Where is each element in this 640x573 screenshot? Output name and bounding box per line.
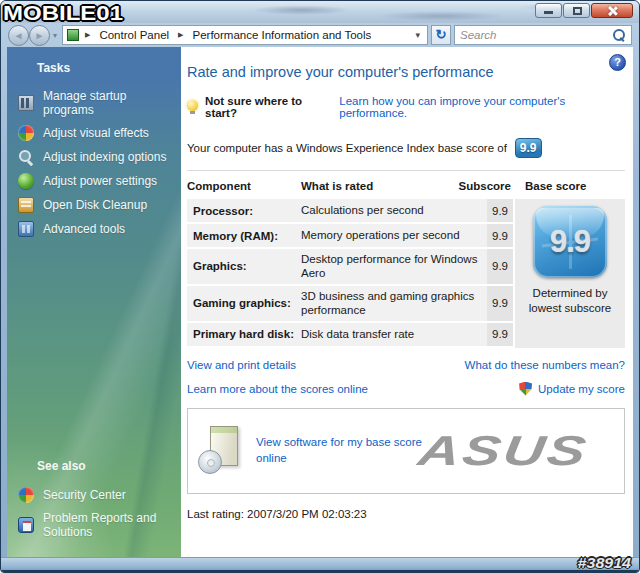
header-component: Component — [187, 180, 301, 192]
see-also-header: See also — [7, 453, 181, 483]
base-score-line: Your computer has a Windows Experience I… — [187, 138, 625, 158]
sidebar-item-open-disk-cleanup[interactable]: Open Disk Cleanup — [7, 193, 181, 217]
sidebar-item-adjust-power-settings[interactable]: Adjust power settings — [7, 169, 181, 193]
asus-logo: ASUS — [415, 427, 609, 475]
close-button[interactable] — [591, 3, 633, 18]
base-score-intro: Your computer has a Windows Experience I… — [187, 142, 507, 154]
sidebar-item-label: Advanced tools — [43, 222, 125, 236]
table-header-row: Component What is rated Subscore — [187, 177, 513, 199]
sidebar-item-security-center[interactable]: Security Center — [7, 483, 181, 507]
learn-more-scores-link[interactable]: Learn more about the scores online — [187, 383, 368, 395]
maximize-button[interactable] — [563, 3, 590, 18]
last-rating-text: Last rating: 2007/3/20 PM 02:03:23 — [187, 508, 625, 520]
subscore-cell: 9.9 — [487, 199, 513, 222]
refresh-button[interactable]: ↻ — [431, 25, 451, 45]
subscore-cell: 9.9 — [487, 286, 513, 321]
breadcrumb-control-panel[interactable]: Control Panel — [96, 28, 172, 42]
tip-row: Not sure where to start? Learn how you c… — [187, 95, 625, 119]
update-score-group[interactable]: Update my score — [519, 382, 625, 396]
base-score-panel: 9.9 Determined by lowest subscore — [515, 199, 625, 348]
header-base-score: Base score — [515, 177, 625, 199]
component-cell: Primary hard disk: — [187, 325, 301, 343]
view-software-link[interactable]: View software for my base score online — [256, 435, 436, 466]
explorer-window: MOBILE01 #38914 ◄ ► ▾ ▶ Control Panel ▶ … — [0, 0, 640, 573]
improve-performance-link[interactable]: Learn how you can improve your computer'… — [339, 95, 625, 119]
help-button[interactable]: ? — [609, 54, 626, 71]
back-button[interactable]: ◄ — [8, 25, 29, 46]
visual-effects-icon — [18, 125, 34, 141]
minimize-icon — [544, 11, 553, 14]
search-icon[interactable] — [613, 29, 626, 42]
post-id-watermark: #38914 — [578, 555, 631, 571]
score-table-left: Component What is rated Subscore Process… — [187, 177, 513, 348]
rated-cell: Disk data transfer rate — [301, 324, 487, 344]
table-row: Graphics: Desktop performance for Window… — [187, 249, 513, 284]
tasks-sidebar: Tasks Manage startup programs Adjust vis… — [7, 47, 181, 557]
sidebar-item-label: Manage startup programs — [43, 89, 175, 117]
links-row-2: Learn more about the scores online Updat… — [187, 382, 625, 396]
see-also-section: See also Security Center Problem Reports… — [7, 453, 181, 557]
sidebar-item-label: Open Disk Cleanup — [43, 198, 147, 212]
recent-pages-chevron-icon[interactable]: ▾ — [53, 31, 57, 40]
problem-reports-icon — [18, 517, 34, 533]
rated-cell: 3D business and gaming graphics performa… — [301, 286, 487, 321]
score-table: Component What is rated Subscore Process… — [187, 177, 625, 348]
view-print-details-link[interactable]: View and print details — [187, 359, 296, 371]
search-input[interactable] — [460, 29, 609, 41]
breadcrumb-current-page[interactable]: Performance Information and Tools — [189, 28, 374, 42]
numbers-meaning-link[interactable]: What do these numbers mean? — [465, 359, 625, 371]
rated-cell: Calculations per second — [301, 200, 487, 220]
header-what-is-rated: What is rated — [301, 180, 453, 192]
table-row: Gaming graphics: 3D business and gaming … — [187, 286, 513, 321]
advanced-tools-icon — [18, 221, 34, 237]
subscore-cell: 9.9 — [487, 323, 513, 346]
base-score-badge: 9.9 — [515, 138, 542, 158]
breadcrumb-arrow-icon: ▶ — [83, 31, 92, 39]
close-icon — [607, 5, 618, 16]
sidebar-item-label: Security Center — [43, 488, 126, 502]
base-score-big-badge: 9.9 — [533, 206, 607, 278]
address-dropdown-icon[interactable]: ▾ — [410, 30, 425, 40]
sidebar-item-label: Adjust visual effects — [43, 126, 149, 140]
software-offer-box: View software for my base score online A… — [187, 408, 625, 494]
table-row: Processor: Calculations per second 9.9 — [187, 199, 513, 222]
mobile01-watermark-logo: MOBILE01 — [3, 2, 123, 25]
subscore-cell: 9.9 — [487, 224, 513, 247]
component-cell: Gaming graphics: — [187, 294, 301, 312]
search-box[interactable] — [454, 25, 632, 45]
breadcrumb-arrow-icon: ▶ — [176, 31, 185, 39]
rated-cell: Desktop performance for Windows Aero — [301, 249, 487, 284]
lightbulb-icon — [187, 100, 198, 114]
power-settings-icon — [18, 173, 34, 189]
update-my-score-link[interactable]: Update my score — [538, 383, 625, 395]
sidebar-item-problem-reports[interactable]: Problem Reports and Solutions — [7, 507, 181, 543]
sidebar-item-advanced-tools[interactable]: Advanced tools — [7, 217, 181, 241]
forward-button[interactable]: ► — [29, 25, 50, 46]
address-bar[interactable]: ▶ Control Panel ▶ Performance Informatio… — [62, 25, 428, 45]
sidebar-item-label: Adjust power settings — [43, 174, 157, 188]
subscore-cell: 9.9 — [487, 249, 513, 284]
window-bottom-border — [1, 557, 639, 572]
minimize-button[interactable] — [535, 3, 562, 18]
table-row: Primary hard disk: Disk data transfer ra… — [187, 323, 513, 346]
software-box-icon — [198, 426, 242, 476]
cd-disc-icon — [198, 450, 222, 474]
control-panel-icon — [67, 29, 79, 41]
component-cell: Graphics: — [187, 257, 301, 275]
divider — [187, 170, 625, 171]
links-row-1: View and print details What do these num… — [187, 359, 625, 371]
startup-programs-icon — [18, 95, 34, 111]
maximize-icon — [573, 7, 582, 15]
disk-cleanup-icon — [18, 197, 34, 213]
sidebar-item-adjust-indexing-options[interactable]: Adjust indexing options — [7, 145, 181, 169]
base-score-column: Base score 9.9 Determined by lowest subs… — [515, 177, 625, 348]
sidebar-item-manage-startup-programs[interactable]: Manage startup programs — [7, 85, 181, 121]
component-cell: Processor: — [187, 202, 301, 220]
page-title: Rate and improve your computer's perform… — [187, 64, 625, 80]
sidebar-item-label: Adjust indexing options — [43, 150, 166, 164]
tasks-header: Tasks — [7, 47, 181, 85]
big-badge-score: 9.9 — [550, 224, 590, 260]
sidebar-item-adjust-visual-effects[interactable]: Adjust visual effects — [7, 121, 181, 145]
header-subscore: Subscore — [453, 180, 513, 192]
window-controls — [535, 3, 633, 18]
